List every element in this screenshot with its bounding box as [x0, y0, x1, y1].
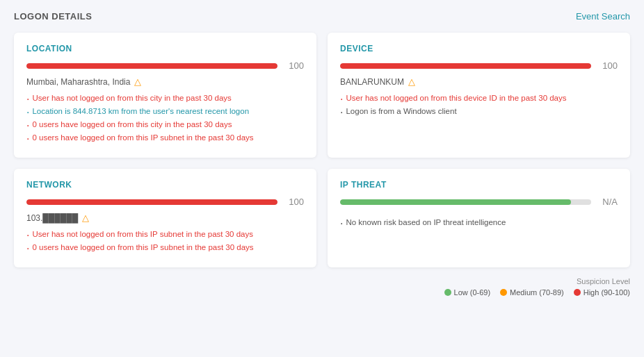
page-title: LOGON DETAILS — [14, 11, 92, 22]
location-warning-icon: △ — [134, 76, 141, 87]
legend-title: Suspicion Level — [14, 277, 630, 285]
network-progress-fill — [26, 199, 277, 205]
legend-label-low: Low (0-69) — [454, 288, 491, 297]
ip-threat-progress-bar — [340, 199, 591, 205]
cards-grid: LOCATION 100 Mumbai, Maharashtra, India … — [14, 33, 630, 267]
legend-item-high: High (90-100) — [574, 288, 630, 297]
network-score-row: 100 — [26, 197, 304, 207]
list-item: User has not logged on from this IP subn… — [26, 229, 304, 242]
device-warning-icon: △ — [408, 76, 415, 87]
device-progress-fill — [340, 63, 591, 69]
location-progress-bar — [26, 63, 277, 69]
location-card-title: LOCATION — [26, 44, 304, 53]
network-score-value: 100 — [283, 197, 304, 207]
ip-threat-progress-fill — [340, 199, 571, 205]
device-progress-bar — [340, 63, 591, 69]
ip-threat-bullets: No known risk based on IP threat intelli… — [340, 217, 618, 230]
list-item: User has not logged on from this city in… — [26, 92, 304, 106]
legend-dot-orange — [500, 289, 507, 296]
list-item: 0 users have logged on from this IP subn… — [26, 242, 304, 255]
ip-threat-card: IP THREAT N/A No known risk based on IP … — [328, 169, 630, 267]
list-item: No known risk based on IP threat intelli… — [340, 217, 618, 230]
legend-item-medium: Medium (70-89) — [500, 288, 564, 297]
legend-dot-red — [574, 289, 581, 296]
network-bullets: User has not logged on from this IP subn… — [26, 229, 304, 255]
ip-threat-score-row: N/A — [340, 197, 618, 207]
legend-dot-green — [444, 289, 451, 296]
legend-item-low: Low (0-69) — [444, 288, 491, 297]
network-progress-bar — [26, 199, 277, 205]
network-warning-icon: △ — [82, 213, 89, 223]
device-card-title: DEVICE — [340, 44, 618, 53]
list-item: Location is 844.8713 km from the user's … — [26, 106, 304, 119]
device-name: BANLARUNKUM △ — [340, 76, 618, 87]
legend-label-medium: Medium (70-89) — [510, 288, 564, 297]
ip-threat-card-title: IP THREAT — [340, 180, 618, 190]
location-score-value: 100 — [283, 60, 304, 71]
page-container: LOGON DETAILS Event Search LOCATION 100 … — [0, 0, 644, 357]
location-name: Mumbai, Maharashtra, India △ — [26, 76, 304, 87]
device-score-row: 100 — [340, 60, 618, 71]
network-card-title: NETWORK — [26, 180, 304, 190]
list-item: User has not logged on from this device … — [340, 92, 618, 106]
device-score-value: 100 — [597, 60, 618, 71]
device-card: DEVICE 100 BANLARUNKUM △ User has not lo… — [328, 33, 630, 158]
legend-label-high: High (90-100) — [583, 288, 630, 297]
list-item: 0 users have logged on from this city in… — [26, 119, 304, 132]
event-search-link[interactable]: Event Search — [576, 11, 630, 22]
page-header: LOGON DETAILS Event Search — [14, 11, 630, 22]
location-progress-fill — [26, 63, 277, 69]
device-bullets: User has not logged on from this device … — [340, 92, 618, 119]
legend-items-row: Low (0-69) Medium (70-89) High (90-100) — [14, 288, 630, 297]
location-score-row: 100 — [26, 60, 304, 71]
location-bullets: User has not logged on from this city in… — [26, 92, 304, 145]
network-card: NETWORK 100 103.██████ △ User has not lo… — [14, 169, 316, 267]
legend-container: Suspicion Level Low (0-69) Medium (70-89… — [14, 277, 630, 297]
network-ip-label: 103.██████ △ — [26, 213, 304, 223]
ip-threat-score-value: N/A — [597, 197, 618, 207]
list-item: 0 users have logged on from this IP subn… — [26, 132, 304, 145]
location-card: LOCATION 100 Mumbai, Maharashtra, India … — [14, 33, 316, 158]
list-item: Logon is from a Windows client — [340, 106, 618, 119]
